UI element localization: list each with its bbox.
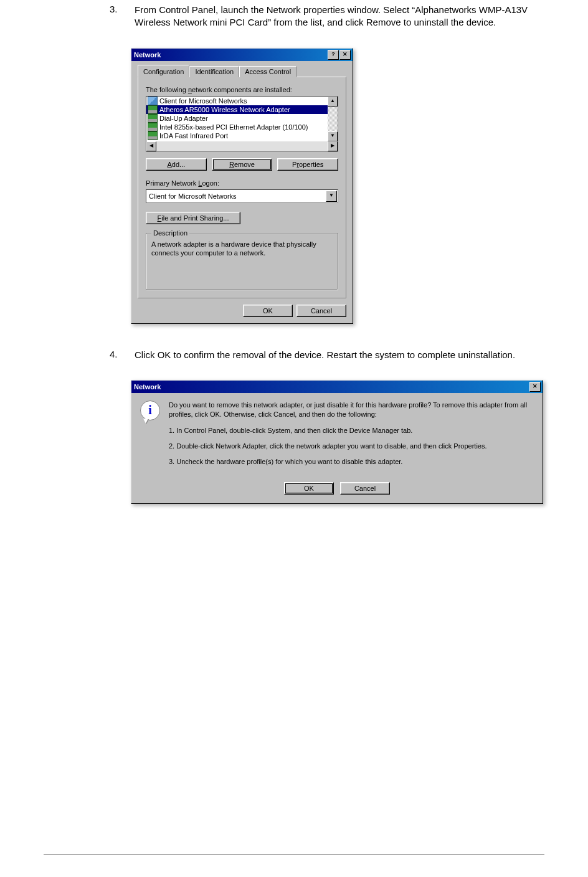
components-listbox[interactable]: Client for Microsoft Networks Atheros AR… [146, 96, 338, 152]
description-text: A network adapter is a hardware device t… [151, 240, 333, 258]
list-item[interactable]: Client for Microsoft Networks [146, 97, 328, 105]
vertical-scrollbar[interactable]: ▲ ▼ [328, 97, 338, 141]
properties-button[interactable]: Properties [277, 158, 338, 171]
add-button[interactable]: Add... [146, 158, 207, 171]
step-4-number: 4. [106, 349, 135, 361]
file-print-sharing-button[interactable]: File and Print Sharing... [146, 212, 240, 224]
chevron-down-icon[interactable]: ▼ [326, 191, 337, 202]
primary-logon-label: Primary Network Logon: [146, 179, 338, 187]
adapter-icon [148, 123, 158, 131]
message-text: Do you want to remove this network adapt… [169, 401, 534, 473]
step-3-text: From Control Panel, launch the Network p… [135, 4, 544, 29]
scroll-up-icon[interactable]: ▲ [328, 97, 338, 107]
list-item-selected[interactable]: Atheros AR5000 Wireless Network Adapter [146, 105, 328, 114]
page-footer-rule [44, 854, 544, 855]
list-item[interactable]: Dial-Up Adapter [146, 114, 328, 123]
step-3: 3. From Control Panel, launch the Networ… [106, 4, 544, 29]
tab-access-control[interactable]: Access Control [239, 66, 296, 77]
network-dialog: Network ? ✕ Configuration Identification… [131, 48, 353, 324]
primary-logon-value: Client for Microsoft Networks [149, 192, 237, 200]
primary-logon-dropdown[interactable]: Client for Microsoft Networks ▼ [146, 189, 338, 203]
configuration-panel: The following network components are ins… [138, 77, 346, 298]
tab-strip: Configuration Identification Access Cont… [138, 66, 346, 77]
description-groupbox: Description A network adapter is a hardw… [146, 233, 338, 290]
window-title: Network [134, 383, 529, 391]
scroll-right-icon[interactable]: ▶ [328, 141, 338, 151]
list-item[interactable]: Intel 8255x-based PCI Ethernet Adapter (… [146, 123, 328, 131]
window-title: Network [134, 51, 328, 59]
remove-button[interactable]: Remove [212, 158, 273, 171]
confirm-dialog: Network ✕ i Do you want to remove this n… [131, 380, 543, 504]
scroll-left-icon[interactable]: ◀ [146, 141, 156, 151]
cancel-button[interactable]: Cancel [340, 482, 390, 495]
help-button[interactable]: ? [328, 50, 339, 60]
close-button[interactable]: ✕ [529, 382, 541, 392]
adapter-icon [148, 131, 158, 140]
horizontal-scrollbar[interactable]: ◀ ▶ [146, 141, 338, 151]
close-button[interactable]: ✕ [339, 50, 351, 60]
step-4: 4. Click OK to confirm the removal of th… [106, 349, 544, 361]
scroll-down-icon[interactable]: ▼ [328, 131, 338, 141]
tab-configuration[interactable]: Configuration [138, 65, 189, 77]
tab-identification[interactable]: Identification [189, 66, 239, 77]
titlebar: Network ? ✕ [131, 49, 353, 61]
step-3-number: 3. [106, 4, 135, 29]
titlebar: Network ✕ [131, 381, 543, 393]
ok-button[interactable]: OK [284, 482, 334, 495]
adapter-icon [148, 114, 158, 123]
cancel-button[interactable]: Cancel [296, 305, 346, 317]
info-icon: i [140, 401, 160, 420]
list-item[interactable]: IrDA Fast Infrared Port [146, 131, 328, 140]
description-legend: Description [151, 229, 189, 237]
components-label: The following network components are ins… [146, 86, 338, 93]
network-properties-screenshot: Network ? ✕ Configuration Identification… [131, 48, 544, 324]
client-icon [148, 97, 158, 105]
confirm-removal-screenshot: Network ✕ i Do you want to remove this n… [131, 380, 544, 504]
adapter-icon [148, 105, 158, 114]
ok-button[interactable]: OK [243, 305, 293, 317]
step-4-text: Click OK to confirm the removal of the d… [135, 349, 544, 361]
